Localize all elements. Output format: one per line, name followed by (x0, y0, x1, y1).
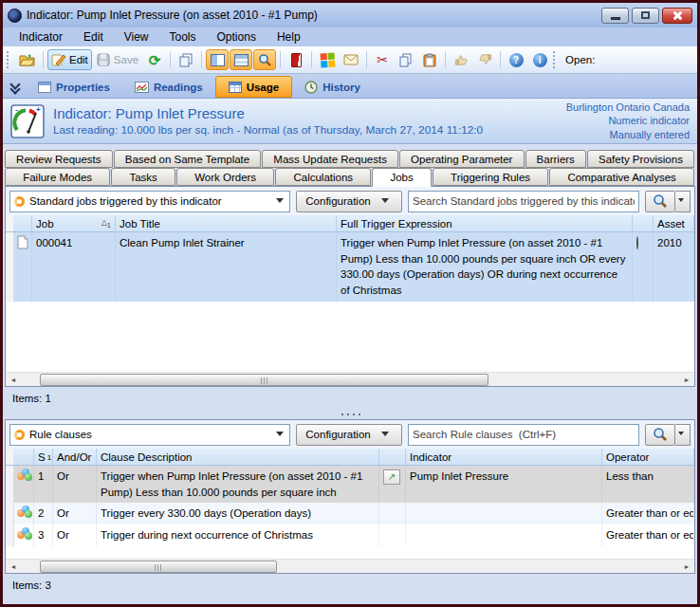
zoom-toggle[interactable] (253, 49, 276, 70)
horizontal-panes-toggle[interactable] (230, 49, 252, 70)
column-job-title[interactable]: Job Title (116, 215, 337, 232)
help-button[interactable]: ? (505, 49, 527, 70)
scroll-left-icon[interactable]: ◄ (7, 377, 20, 383)
app-window: Indicator: Pump Inlet Pressure (on asset… (0, 0, 700, 607)
column-indicator-icon (379, 449, 406, 466)
svg-text:-: - (15, 105, 18, 114)
maximize-button[interactable] (632, 8, 659, 24)
column-clause-description[interactable]: Clause Description (97, 449, 379, 466)
rules-search-button[interactable] (645, 424, 675, 446)
scroll-right-icon[interactable]: ► (680, 377, 693, 383)
scrollbar-track[interactable] (20, 374, 680, 386)
send-button[interactable] (340, 49, 362, 70)
tab-based-on-same-template[interactable]: Based on Same Template (114, 150, 262, 168)
envelope-icon (343, 54, 359, 65)
tab-comparative-analyses[interactable]: Comparative Analyses (549, 168, 694, 186)
menu-view[interactable]: View (114, 28, 159, 46)
tab-readings[interactable]: Readings (122, 76, 215, 98)
toolbar-grip[interactable] (553, 51, 558, 68)
minimize-button[interactable] (601, 8, 629, 24)
tab-review-requests[interactable]: Review Requests (5, 150, 113, 168)
bottom-filler (3, 597, 697, 604)
jobs-table-row[interactable]: 000041 Clean Pump Inlet Strainer Trigger… (6, 232, 694, 302)
tab-triggering-rules[interactable]: Triggering Rules (433, 168, 548, 186)
toolbar-grip[interactable] (7, 51, 11, 68)
scrollbar-thumb[interactable] (40, 374, 488, 386)
cut-button[interactable]: ✂ (371, 49, 394, 70)
jobs-search-input[interactable] (408, 191, 639, 212)
windows-button[interactable] (316, 49, 339, 70)
tab-safety-provisions[interactable]: Safety Provisions (587, 150, 694, 168)
configuration-label: Configuration (305, 195, 370, 207)
indicator-type: Numeric indicator (566, 114, 690, 127)
column-asset[interactable]: Asset (654, 215, 694, 232)
rule-clause-row[interactable]: 2 Or Trigger every 330.00 days (Operatio… (6, 503, 694, 524)
jobs-search-options-button[interactable] (675, 191, 691, 212)
jobs-configuration-button[interactable]: Configuration (296, 191, 402, 212)
rules-search-input[interactable] (408, 424, 639, 446)
refresh-button[interactable]: ⟳ (143, 49, 166, 70)
column-and-or[interactable]: And/Or (53, 449, 97, 466)
thumbs-down-button[interactable] (473, 49, 496, 70)
clipboard-icon (423, 53, 436, 67)
column-full-trigger-expression[interactable]: Full Trigger Expression (337, 215, 633, 232)
collapse-chevron-button[interactable] (5, 74, 26, 98)
scrollbar-track[interactable] (20, 561, 680, 573)
scroll-right-icon[interactable]: ► (680, 563, 693, 570)
thumbs-up-button[interactable] (450, 49, 472, 70)
save-button[interactable]: Save (93, 49, 142, 70)
tab-mass-update-requests[interactable]: Mass Update Requests (262, 150, 398, 168)
rule-clause-row[interactable]: 3 Or Trigger during next occurrence of C… (6, 524, 694, 546)
copy-button[interactable] (395, 49, 417, 70)
toolbar-separator (201, 51, 202, 68)
open-item-button[interactable] (15, 49, 39, 70)
tab-history[interactable]: History (292, 76, 373, 98)
info-button[interactable]: i (528, 49, 551, 70)
tab-work-orders[interactable]: Work Orders (176, 168, 274, 186)
indicator-gauge-button[interactable]: ↗ (383, 469, 400, 485)
tab-operating-parameter[interactable]: Operating Parameter (399, 150, 525, 168)
scroll-left-icon[interactable]: ◄ (7, 563, 20, 570)
column-operator[interactable]: Operator (602, 449, 694, 466)
tab-usage[interactable]: Usage (215, 76, 293, 98)
menu-options[interactable]: Options (207, 28, 267, 46)
jobs-horizontal-scrollbar[interactable]: ◄ ► (6, 372, 694, 386)
tab-barriers[interactable]: Barriers (525, 150, 586, 168)
rules-search-options-button[interactable] (675, 424, 691, 446)
menu-help[interactable]: Help (267, 28, 311, 46)
toolbar-separator (170, 51, 171, 68)
panel-splitter[interactable] (3, 410, 697, 419)
rules-horizontal-scrollbar[interactable]: ◄ ► (6, 559, 694, 573)
menu-indicator[interactable]: Indicator (9, 28, 73, 46)
history-clock-icon (304, 81, 318, 94)
paste-button[interactable] (418, 49, 441, 70)
close-button[interactable] (662, 8, 692, 24)
title-bar[interactable]: Indicator: Pump Inlet Pressure (on asset… (3, 3, 697, 28)
tab-failure-modes[interactable]: Failure Modes (5, 168, 110, 186)
jobs-search-button[interactable] (645, 191, 675, 212)
tab-properties[interactable]: Properties (26, 76, 122, 98)
windows-logo-icon (320, 52, 335, 67)
rules-configuration-button[interactable]: Configuration (296, 424, 402, 446)
vertical-panes-toggle[interactable] (206, 49, 229, 70)
duplicate-button[interactable] (175, 49, 197, 70)
rule-clause-row[interactable]: 1 Or Trigger when Pump Inlet Pressure (o… (6, 466, 694, 503)
tab-calculations[interactable]: Calculations (275, 168, 371, 186)
menu-edit[interactable]: Edit (73, 28, 114, 46)
column-indicator[interactable]: Indicator (406, 449, 602, 466)
bookmark-button[interactable] (285, 49, 307, 70)
column-sequence[interactable]: S1 (34, 449, 53, 466)
tab-jobs[interactable]: Jobs (372, 168, 432, 187)
jobs-view-combo[interactable]: Standard jobs triggered by this indicato… (9, 191, 290, 212)
chevron-down-icon (381, 432, 390, 437)
edit-button[interactable]: Edit (47, 49, 92, 70)
balloons-icon-cell (13, 503, 34, 524)
pencil-icon (51, 53, 65, 66)
menu-tools[interactable]: Tools (159, 28, 207, 46)
scrollbar-thumb[interactable] (40, 561, 278, 573)
balloons-icon-cell (13, 466, 34, 503)
copy-pages-icon (179, 53, 193, 67)
tab-tasks[interactable]: Tasks (111, 168, 175, 186)
rules-view-combo[interactable]: Rule clauses (9, 424, 290, 446)
column-job[interactable]: Job △1 (32, 215, 116, 232)
